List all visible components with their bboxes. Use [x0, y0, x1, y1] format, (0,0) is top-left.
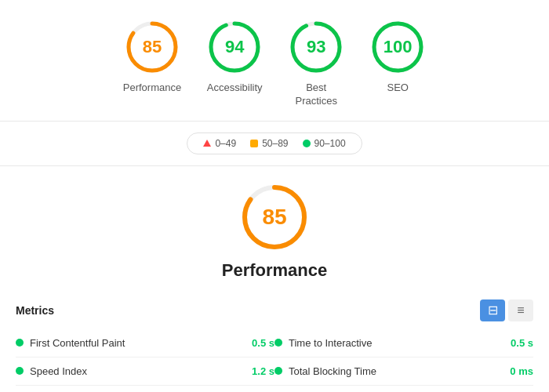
score-label-seo: SEO	[387, 82, 408, 95]
metric-row-lcp: Largest Contentful Paint 2.6 s	[16, 386, 274, 392]
list-view-button[interactable]: ≡	[508, 299, 533, 321]
score-value-accessibility: 94	[225, 37, 244, 57]
score-label-accessibility: Accessibility	[207, 82, 263, 95]
legend-red-icon	[203, 140, 211, 147]
metric-name-fcp: First Contentful Paint	[30, 337, 239, 349]
metric-name-tti: Time to Interactive	[289, 337, 498, 349]
score-item-seo[interactable]: 100 SEO	[369, 19, 426, 108]
metric-row-cls: Cumulative Layout Shift 0.015	[274, 386, 533, 392]
metric-value-si: 1.2 s	[245, 365, 274, 377]
metric-value-tti: 0.5 s	[504, 337, 533, 349]
metrics-section: Metrics ⊟ ≡ First Contentful Paint 0.5 s…	[0, 299, 549, 392]
detail-title: Performance	[222, 260, 328, 281]
metric-name-tbt: Total Blocking Time	[289, 365, 497, 377]
score-circle-performance: 85	[124, 19, 180, 75]
score-circle-accessibility: 94	[206, 19, 263, 75]
score-circle-best-practices: 93	[288, 19, 344, 75]
legend-mid-label: 50–89	[262, 138, 288, 149]
metric-value-fcp: 0.5 s	[245, 337, 274, 349]
metric-indicator-si	[16, 367, 24, 375]
score-item-best-practices[interactable]: 93 Best Practices	[288, 19, 344, 108]
metrics-controls: ⊟ ≡	[480, 299, 533, 321]
metric-indicator-fcp	[16, 339, 24, 347]
legend-high-label: 90–100	[314, 138, 346, 149]
legend-green-icon	[303, 140, 311, 147]
legend-low-label: 0–49	[215, 138, 236, 149]
metric-row-tti: Time to Interactive 0.5 s	[274, 329, 533, 358]
metric-row-fcp: First Contentful Paint 0.5 s	[16, 329, 274, 358]
detail-section: 85 Performance	[0, 166, 549, 299]
metrics-header: Metrics ⊟ ≡	[16, 299, 533, 321]
legend-item-mid: 50–89	[250, 138, 288, 149]
detail-circle: 85	[239, 182, 310, 252]
legend-orange-icon	[250, 140, 258, 147]
score-value-best-practices: 93	[307, 37, 325, 57]
legend-section: 0–49 50–89 90–100	[0, 122, 549, 165]
score-item-accessibility[interactable]: 94 Accessibility	[206, 19, 263, 108]
scores-section: 85 Performance 94 Accessibility 93 Best …	[0, 0, 549, 122]
score-value-performance: 85	[143, 37, 162, 57]
metrics-grid: First Contentful Paint 0.5 s Time to Int…	[16, 329, 533, 392]
score-circle-seo: 100	[369, 19, 426, 75]
metric-indicator-tbt	[274, 367, 282, 375]
legend-item-high: 90–100	[303, 138, 346, 149]
metric-name-si: Speed Index	[30, 365, 239, 377]
metric-value-tbt: 0 ms	[504, 365, 533, 377]
detail-score-value: 85	[262, 205, 286, 230]
legend-box: 0–49 50–89 90–100	[187, 132, 362, 154]
score-item-performance[interactable]: 85 Performance	[123, 19, 181, 108]
legend-item-low: 0–49	[203, 138, 236, 149]
score-value-seo: 100	[384, 37, 413, 57]
metric-row-tbt: Total Blocking Time 0 ms	[274, 358, 533, 386]
score-label-performance: Performance	[123, 82, 181, 95]
metric-indicator-tti	[274, 339, 282, 347]
score-label-best-practices: Best Practices	[295, 82, 336, 108]
metrics-label: Metrics	[16, 304, 54, 317]
metric-row-si: Speed Index 1.2 s	[16, 358, 274, 386]
grid-view-button[interactable]: ⊟	[480, 299, 505, 321]
